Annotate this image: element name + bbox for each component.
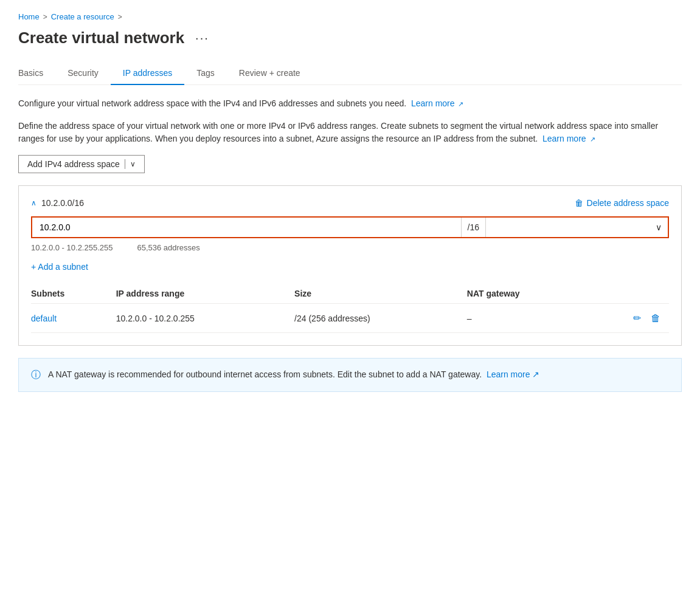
chevron-down-icon: ∨ bbox=[130, 160, 136, 168]
breadcrumb-create-resource[interactable]: Create a resource bbox=[51, 12, 114, 21]
subnet-ip-range: 10.2.0.0 - 10.2.0.255 bbox=[116, 304, 294, 333]
tab-ip-addresses[interactable]: IP addresses bbox=[111, 62, 184, 85]
table-row: default 10.2.0.0 - 10.2.0.255 /24 (256 a… bbox=[31, 304, 669, 333]
cidr-dropdown-inner: ∨ bbox=[492, 222, 662, 232]
collapse-icon[interactable]: ∧ bbox=[31, 199, 36, 207]
subnet-actions: ✏ 🗑 bbox=[592, 304, 669, 333]
button-divider bbox=[125, 159, 125, 169]
tab-basics[interactable]: Basics bbox=[18, 62, 55, 85]
breadcrumb-home[interactable]: Home bbox=[18, 12, 40, 21]
cidr-chevron-icon: ∨ bbox=[656, 222, 662, 232]
tab-review-create[interactable]: Review + create bbox=[227, 62, 313, 85]
delete-icon: 🗑 bbox=[651, 313, 660, 323]
learn-more-link-2[interactable]: Learn more ↗ bbox=[542, 134, 595, 143]
info-learn-more-link[interactable]: Learn more ↗ bbox=[487, 369, 539, 379]
external-link-icon-2: ↗ bbox=[590, 136, 595, 143]
info-external-link-icon: ↗ bbox=[532, 369, 539, 379]
info-banner: ⓘ A NAT gateway is recommended for outbo… bbox=[18, 358, 682, 392]
info-icon: ⓘ bbox=[31, 369, 41, 382]
breadcrumb: Home > Create a resource > bbox=[18, 12, 682, 21]
edit-icon: ✏ bbox=[633, 313, 641, 323]
cidr-dropdown[interactable]: ∨ bbox=[485, 218, 668, 237]
ip-address-input[interactable] bbox=[32, 218, 461, 237]
info-banner-message: A NAT gateway is recommended for outboun… bbox=[48, 369, 482, 379]
ellipsis-button[interactable]: ··· bbox=[192, 30, 213, 46]
breadcrumb-sep1: > bbox=[43, 13, 47, 21]
page-title-row: Create virtual network ··· bbox=[18, 29, 682, 47]
ip-range-info: 10.2.0.0 - 10.2.255.255 65,536 addresses bbox=[31, 243, 669, 252]
learn-more-link-1[interactable]: Learn more ↗ bbox=[411, 98, 463, 108]
tabs-bar: Basics Security IP addresses Tags Review… bbox=[18, 62, 682, 85]
delete-subnet-button[interactable]: 🗑 bbox=[650, 311, 662, 325]
subnet-name-default[interactable]: default bbox=[31, 304, 116, 333]
address-count: 65,536 addresses bbox=[137, 243, 199, 252]
add-ipv4-label: Add IPv4 address space bbox=[27, 159, 120, 169]
address-space-label: 10.2.0.0/16 bbox=[41, 198, 84, 208]
trash-icon: 🗑 bbox=[575, 198, 583, 208]
external-link-icon-1: ↗ bbox=[458, 100, 463, 108]
page-title: Create virtual network bbox=[18, 29, 184, 47]
subnets-table: Subnets IP address range Size NAT gatewa… bbox=[31, 284, 669, 333]
breadcrumb-sep2: > bbox=[118, 13, 122, 21]
address-header: ∧ 10.2.0.0/16 🗑 Delete address space bbox=[31, 198, 669, 208]
add-subnet-button[interactable]: + Add a subnet bbox=[31, 262, 88, 272]
col-header-ip-range: IP address range bbox=[116, 284, 294, 304]
description-1: Configure your virtual network address s… bbox=[18, 97, 682, 110]
subnet-size: /24 (256 addresses) bbox=[294, 304, 467, 333]
ip-range-text: 10.2.0.0 - 10.2.255.255 bbox=[31, 243, 113, 252]
address-space-container: ∧ 10.2.0.0/16 🗑 Delete address space /16… bbox=[18, 185, 682, 346]
address-title: ∧ 10.2.0.0/16 bbox=[31, 198, 84, 208]
description-1-text: Configure your virtual network address s… bbox=[18, 98, 406, 108]
subnet-nat-gateway: – bbox=[467, 304, 592, 333]
subnets-table-body: default 10.2.0.0 - 10.2.0.255 /24 (256 a… bbox=[31, 304, 669, 333]
ip-input-row: /16 ∨ bbox=[31, 216, 669, 238]
add-subnet-label: + Add a subnet bbox=[31, 262, 88, 272]
col-header-size: Size bbox=[294, 284, 467, 304]
col-header-subnets: Subnets bbox=[31, 284, 116, 304]
delete-space-label: Delete address space bbox=[587, 198, 669, 208]
description-2: Define the address space of your virtual… bbox=[18, 120, 682, 145]
edit-subnet-button[interactable]: ✏ bbox=[632, 311, 642, 325]
add-ipv4-button[interactable]: Add IPv4 address space ∨ bbox=[18, 155, 145, 173]
delete-address-space-button[interactable]: 🗑 Delete address space bbox=[575, 198, 669, 208]
tab-tags[interactable]: Tags bbox=[184, 62, 227, 85]
action-icons: ✏ 🗑 bbox=[592, 311, 662, 325]
subnets-table-header: Subnets IP address range Size NAT gatewa… bbox=[31, 284, 669, 304]
col-header-nat: NAT gateway bbox=[467, 284, 592, 304]
col-header-actions bbox=[592, 284, 669, 304]
info-banner-text: A NAT gateway is recommended for outboun… bbox=[48, 368, 539, 381]
tab-security[interactable]: Security bbox=[55, 62, 111, 85]
cidr-prefix-display: /16 bbox=[461, 218, 485, 237]
